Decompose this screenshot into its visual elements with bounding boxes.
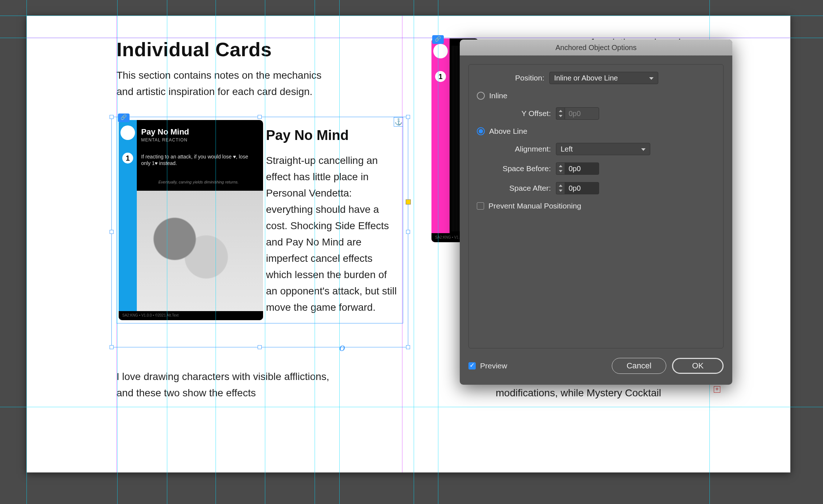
card-image-pay-no-mind[interactable]: 1 Pay No Mind MENTAL REACTION If reactin…: [119, 120, 263, 320]
spinner-buttons[interactable]: [556, 162, 565, 175]
margin-guide: [402, 16, 402, 472]
space-before-input[interactable]: 0p0: [565, 162, 599, 175]
preview-label: Preview: [480, 362, 507, 370]
spinner-buttons[interactable]: [556, 107, 565, 120]
resize-handle[interactable]: [110, 230, 114, 234]
card-title: Pay No Mind: [141, 127, 189, 137]
space-after-label: Space After:: [477, 184, 556, 193]
card-flavor-text: Eventually, carving yields diminishing r…: [141, 180, 256, 184]
prevent-positioning-label: Prevent Manual Positioning: [488, 202, 581, 210]
space-before-label: Space Before:: [477, 164, 556, 173]
card-illustration: [137, 191, 263, 311]
card-subtitle: MENTAL REACTION: [141, 137, 188, 142]
alignment-dropdown[interactable]: Left: [556, 143, 650, 155]
spinner-buttons[interactable]: [556, 182, 565, 194]
resize-handle[interactable]: [110, 115, 114, 119]
intro-text[interactable]: This section contains notes on the mecha…: [116, 67, 334, 100]
ok-button[interactable]: OK: [672, 358, 724, 374]
card-cost: 1: [122, 153, 133, 164]
card-type-icon: [120, 125, 135, 140]
alignment-row: Alignment: Left: [477, 143, 715, 155]
dialog-titlebar[interactable]: Anchored Object Options: [460, 40, 732, 55]
anchor-marker[interactable]: ⚓: [394, 117, 403, 127]
reference-point[interactable]: [406, 199, 411, 205]
above-line-radio[interactable]: [477, 127, 485, 135]
y-offset-label: Y Offset:: [477, 109, 556, 118]
card-rules-text: If reacting to an attack, if you would l…: [141, 153, 256, 166]
resize-handle[interactable]: [406, 345, 410, 349]
space-after-input[interactable]: 0p0: [565, 182, 599, 194]
card-section-heading[interactable]: Pay No Mind: [266, 128, 349, 143]
overset-text-indicator[interactable]: +: [714, 386, 720, 393]
y-offset-field[interactable]: 0p0: [556, 107, 599, 120]
position-dropdown[interactable]: Inline or Above Line: [549, 72, 658, 84]
right-column-text-bottom[interactable]: modifications, while Mystery Cocktail: [496, 385, 699, 401]
y-offset-row: Y Offset: 0p0: [477, 107, 715, 120]
resize-handle[interactable]: [406, 230, 410, 234]
card-cost-band: [431, 38, 450, 242]
prevent-positioning-row[interactable]: Prevent Manual Positioning: [477, 202, 715, 210]
card-cost: 1: [435, 71, 446, 82]
card-footer: SA2:KNG • V1.0.0 • ©2021 Alt.Text: [119, 311, 263, 320]
inline-radio-row[interactable]: Inline: [477, 91, 715, 100]
story-editor-marker: o: [339, 340, 345, 354]
dialog-body: Position: Inline or Above Line Inline Y …: [468, 64, 724, 348]
space-before-field[interactable]: 0p0: [556, 162, 599, 175]
anchored-object-badge[interactable]: [432, 35, 444, 44]
above-line-radio-label: Above Line: [489, 127, 527, 136]
inline-radio-label: Inline: [489, 91, 507, 100]
dialog-footer: Preview Cancel OK: [468, 356, 724, 376]
page-heading[interactable]: Individual Cards: [116, 38, 272, 61]
above-line-radio-row[interactable]: Above Line: [477, 127, 715, 136]
anchored-object-options-dialog: Anchored Object Options Position: Inline…: [460, 40, 732, 385]
card-description[interactable]: Straight-up cancelling an effect has lit…: [266, 152, 400, 315]
resize-handle[interactable]: [110, 345, 114, 349]
resize-handle[interactable]: [406, 115, 410, 119]
alignment-label: Alignment:: [477, 145, 556, 153]
resize-handle[interactable]: [258, 345, 262, 349]
position-label: Position:: [477, 74, 549, 82]
continuation-text[interactable]: I love drawing characters with visible a…: [116, 368, 349, 401]
inline-radio[interactable]: [477, 92, 485, 100]
prevent-positioning-checkbox[interactable]: [477, 202, 484, 210]
preview-checkbox[interactable]: [468, 362, 476, 369]
resize-handle[interactable]: [258, 115, 262, 119]
y-offset-input[interactable]: 0p0: [565, 107, 599, 120]
card-cost-band: [119, 120, 137, 320]
space-after-row: Space After: 0p0: [477, 182, 715, 194]
cancel-button[interactable]: Cancel: [612, 358, 666, 374]
position-row: Position: Inline or Above Line: [477, 72, 715, 84]
space-before-row: Space Before: 0p0: [477, 162, 715, 175]
card-type-icon: [433, 44, 448, 58]
anchored-object-badge[interactable]: [118, 113, 130, 122]
space-after-field[interactable]: 0p0: [556, 182, 599, 194]
